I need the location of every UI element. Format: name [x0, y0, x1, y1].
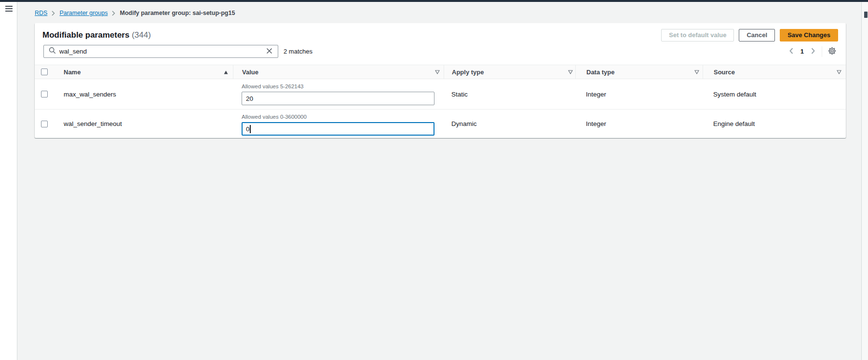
- pagination: 1: [787, 46, 817, 57]
- source-cell: System default: [703, 79, 846, 109]
- table-header-row: Name Value Apply type Data type: [35, 65, 846, 79]
- filter-search-box[interactable]: [43, 45, 278, 58]
- breadcrumb: RDS Parameter groups Modify parameter gr…: [35, 9, 235, 17]
- chevron-right-icon: [52, 11, 55, 16]
- top-navigation-bar: [0, 0, 868, 2]
- filter-icon[interactable]: [435, 69, 440, 76]
- cancel-button[interactable]: Cancel: [739, 29, 775, 42]
- parameter-value-input[interactable]: [242, 92, 434, 105]
- column-header-source[interactable]: Source: [703, 65, 846, 79]
- apply-type-cell: Dynamic: [444, 110, 575, 138]
- select-all-checkbox[interactable]: [41, 69, 48, 75]
- allowed-values-label: Allowed values 0-3600000: [242, 114, 307, 121]
- parameters-table: Name Value Apply type Data type: [35, 65, 846, 138]
- sort-ascending-icon: [224, 69, 228, 76]
- column-header-data-type[interactable]: Data type: [575, 65, 703, 79]
- menu-button[interactable]: [4, 5, 13, 14]
- clipped-edge-element: [864, 12, 868, 18]
- data-type-cell: Integer: [575, 110, 703, 138]
- allowed-values-label: Allowed values 5-262143: [242, 83, 304, 91]
- previous-page-button[interactable]: [787, 46, 796, 57]
- breadcrumb-link-rds[interactable]: RDS: [35, 10, 47, 16]
- close-icon: [266, 48, 272, 55]
- parameter-name: wal_sender_timeout: [56, 110, 233, 138]
- column-header-apply-type[interactable]: Apply type: [444, 65, 575, 79]
- hamburger-icon: [5, 6, 13, 13]
- parameter-value-input-focused[interactable]: [242, 122, 434, 136]
- row-checkbox[interactable]: [41, 91, 48, 97]
- save-changes-button[interactable]: Save Changes: [780, 29, 838, 42]
- filter-icon[interactable]: [568, 69, 573, 76]
- clear-search-button[interactable]: [265, 47, 273, 56]
- page-number-button[interactable]: 1: [799, 48, 806, 55]
- settings-button[interactable]: [828, 47, 836, 56]
- row-checkbox[interactable]: [41, 121, 48, 127]
- text-cursor: [250, 125, 251, 133]
- column-header-name[interactable]: Name: [56, 65, 233, 79]
- page-right-gutter: [861, 2, 868, 360]
- column-header-value[interactable]: Value: [233, 65, 444, 79]
- parameter-count: (344): [132, 30, 151, 40]
- set-to-default-button[interactable]: Set to default value: [661, 29, 734, 42]
- filter-icon[interactable]: [694, 69, 699, 76]
- breadcrumb-link-parameter-groups[interactable]: Parameter groups: [59, 10, 108, 16]
- search-icon: [49, 47, 56, 56]
- gear-icon: [828, 47, 836, 56]
- data-type-cell: Integer: [575, 79, 703, 109]
- apply-type-cell: Static: [444, 79, 575, 109]
- filter-icon[interactable]: [837, 69, 841, 76]
- page-title: Modifiable parameters (344): [42, 30, 151, 40]
- source-cell: Engine default: [703, 110, 846, 138]
- table-row: wal_sender_timeout Allowed values 0-3600…: [35, 109, 846, 138]
- parameter-name: max_wal_senders: [56, 79, 233, 109]
- search-input[interactable]: [59, 48, 265, 55]
- chevron-right-icon: [112, 11, 115, 16]
- match-count-label: 2 matches: [284, 48, 312, 55]
- table-row: max_wal_senders Allowed values 5-262143 …: [35, 79, 846, 109]
- next-page-button[interactable]: [809, 46, 817, 57]
- modifiable-parameters-panel: Modifiable parameters (344) Set to defau…: [35, 23, 846, 138]
- chevron-left-icon: [789, 48, 793, 55]
- breadcrumb-current-page: Modify parameter group: sai-setup-pg15: [120, 10, 235, 16]
- chevron-right-icon: [811, 48, 815, 55]
- side-navigation-rail: [0, 2, 17, 360]
